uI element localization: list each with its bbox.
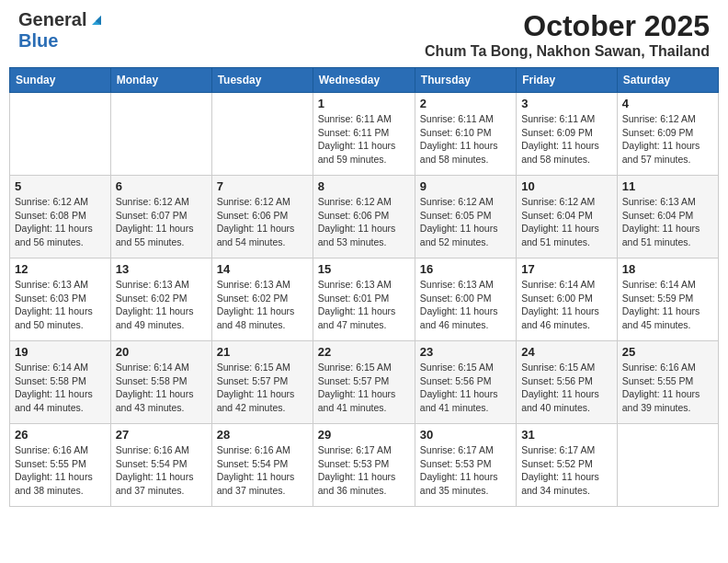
- calendar-cell: 18Sunrise: 6:14 AMSunset: 5:59 PMDayligh…: [617, 259, 718, 341]
- calendar-cell: 4Sunrise: 6:12 AMSunset: 6:09 PMDaylight…: [617, 93, 718, 176]
- day-number: 1: [318, 97, 410, 110]
- logo-blue-text: Blue: [18, 30, 58, 51]
- calendar-cell: 10Sunrise: 6:12 AMSunset: 6:04 PMDayligh…: [517, 176, 618, 259]
- day-number: 10: [521, 179, 612, 193]
- day-number: 18: [622, 262, 713, 276]
- weekday-header-wednesday: Wednesday: [313, 68, 415, 93]
- month-title: October 2025: [425, 9, 710, 43]
- day-info: Sunrise: 6:12 AMSunset: 6:06 PMDaylight:…: [318, 195, 410, 249]
- day-number: 17: [521, 262, 612, 276]
- day-info: Sunrise: 6:12 AMSunset: 6:09 PMDaylight:…: [622, 112, 713, 167]
- calendar-cell: [110, 93, 211, 176]
- logo: General Blue: [18, 9, 105, 52]
- weekday-header-tuesday: Tuesday: [211, 68, 313, 93]
- calendar-cell: 17Sunrise: 6:14 AMSunset: 6:00 PMDayligh…: [517, 259, 618, 341]
- calendar-cell: 20Sunrise: 6:14 AMSunset: 5:58 PMDayligh…: [110, 341, 211, 424]
- day-number: 14: [217, 262, 308, 276]
- calendar-week-4: 19Sunrise: 6:14 AMSunset: 5:58 PMDayligh…: [10, 341, 719, 424]
- calendar-cell: 16Sunrise: 6:13 AMSunset: 6:00 PMDayligh…: [415, 259, 516, 341]
- calendar-week-1: 1Sunrise: 6:11 AMSunset: 6:11 PMDaylight…: [10, 93, 719, 176]
- day-number: 12: [15, 262, 106, 276]
- day-info: Sunrise: 6:11 AMSunset: 6:09 PMDaylight:…: [521, 112, 612, 167]
- calendar-cell: 28Sunrise: 6:16 AMSunset: 5:54 PMDayligh…: [211, 424, 313, 507]
- day-info: Sunrise: 6:15 AMSunset: 5:56 PMDaylight:…: [420, 361, 511, 415]
- day-number: 13: [116, 262, 207, 276]
- day-number: 30: [420, 428, 511, 442]
- day-info: Sunrise: 6:17 AMSunset: 5:53 PMDaylight:…: [318, 443, 410, 498]
- calendar-cell: [617, 424, 718, 507]
- calendar-cell: [211, 93, 313, 176]
- day-info: Sunrise: 6:11 AMSunset: 6:10 PMDaylight:…: [420, 112, 511, 167]
- calendar-cell: 31Sunrise: 6:17 AMSunset: 5:52 PMDayligh…: [517, 424, 618, 507]
- day-number: 19: [15, 345, 106, 359]
- calendar-table: SundayMondayTuesdayWednesdayThursdayFrid…: [9, 67, 719, 507]
- calendar-cell: 5Sunrise: 6:12 AMSunset: 6:08 PMDaylight…: [10, 176, 111, 259]
- day-info: Sunrise: 6:16 AMSunset: 5:54 PMDaylight:…: [116, 443, 207, 498]
- day-info: Sunrise: 6:16 AMSunset: 5:54 PMDaylight:…: [217, 443, 308, 498]
- day-number: 4: [622, 97, 713, 110]
- calendar-cell: 24Sunrise: 6:15 AMSunset: 5:56 PMDayligh…: [517, 341, 618, 424]
- day-number: 20: [116, 345, 207, 359]
- day-info: Sunrise: 6:14 AMSunset: 5:58 PMDaylight:…: [15, 361, 106, 415]
- day-number: 24: [521, 345, 612, 359]
- day-info: Sunrise: 6:13 AMSunset: 6:00 PMDaylight:…: [420, 278, 511, 332]
- logo-general-text: General: [18, 9, 86, 30]
- calendar-week-5: 26Sunrise: 6:16 AMSunset: 5:55 PMDayligh…: [10, 424, 719, 507]
- day-info: Sunrise: 6:17 AMSunset: 5:53 PMDaylight:…: [420, 443, 511, 498]
- day-number: 3: [521, 97, 612, 110]
- calendar-cell: 12Sunrise: 6:13 AMSunset: 6:03 PMDayligh…: [10, 259, 111, 341]
- day-info: Sunrise: 6:13 AMSunset: 6:02 PMDaylight:…: [217, 278, 308, 332]
- weekday-header-saturday: Saturday: [617, 68, 718, 93]
- title-section: October 2025 Chum Ta Bong, Nakhon Sawan,…: [425, 9, 710, 60]
- day-info: Sunrise: 6:13 AMSunset: 6:04 PMDaylight:…: [622, 195, 713, 249]
- day-info: Sunrise: 6:16 AMSunset: 5:55 PMDaylight:…: [622, 361, 713, 415]
- calendar-cell: 3Sunrise: 6:11 AMSunset: 6:09 PMDaylight…: [517, 93, 618, 176]
- calendar-cell: 1Sunrise: 6:11 AMSunset: 6:11 PMDaylight…: [313, 93, 415, 176]
- day-info: Sunrise: 6:14 AMSunset: 5:58 PMDaylight:…: [116, 361, 207, 415]
- day-number: 2: [420, 97, 511, 110]
- calendar-cell: 27Sunrise: 6:16 AMSunset: 5:54 PMDayligh…: [110, 424, 211, 507]
- calendar-cell: 13Sunrise: 6:13 AMSunset: 6:02 PMDayligh…: [110, 259, 211, 341]
- day-info: Sunrise: 6:12 AMSunset: 6:06 PMDaylight:…: [217, 195, 308, 249]
- day-info: Sunrise: 6:14 AMSunset: 6:00 PMDaylight:…: [521, 278, 612, 332]
- calendar-cell: 2Sunrise: 6:11 AMSunset: 6:10 PMDaylight…: [415, 93, 516, 176]
- calendar-week-2: 5Sunrise: 6:12 AMSunset: 6:08 PMDaylight…: [10, 176, 719, 259]
- calendar-cell: 29Sunrise: 6:17 AMSunset: 5:53 PMDayligh…: [313, 424, 415, 507]
- calendar-week-3: 12Sunrise: 6:13 AMSunset: 6:03 PMDayligh…: [10, 259, 719, 341]
- day-info: Sunrise: 6:13 AMSunset: 6:02 PMDaylight:…: [116, 278, 207, 332]
- calendar-cell: 6Sunrise: 6:12 AMSunset: 6:07 PMDaylight…: [110, 176, 211, 259]
- day-info: Sunrise: 6:13 AMSunset: 6:03 PMDaylight:…: [15, 278, 106, 332]
- calendar-cell: 9Sunrise: 6:12 AMSunset: 6:05 PMDaylight…: [415, 176, 516, 259]
- calendar-cell: 25Sunrise: 6:16 AMSunset: 5:55 PMDayligh…: [617, 341, 718, 424]
- day-number: 29: [318, 428, 410, 442]
- day-info: Sunrise: 6:15 AMSunset: 5:57 PMDaylight:…: [217, 361, 308, 415]
- weekday-header-monday: Monday: [110, 68, 211, 93]
- calendar-cell: 7Sunrise: 6:12 AMSunset: 6:06 PMDaylight…: [211, 176, 313, 259]
- calendar-cell: 30Sunrise: 6:17 AMSunset: 5:53 PMDayligh…: [415, 424, 516, 507]
- calendar-cell: 14Sunrise: 6:13 AMSunset: 6:02 PMDayligh…: [211, 259, 313, 341]
- day-number: 23: [420, 345, 511, 359]
- calendar-cell: 19Sunrise: 6:14 AMSunset: 5:58 PMDayligh…: [10, 341, 111, 424]
- calendar-cell: 23Sunrise: 6:15 AMSunset: 5:56 PMDayligh…: [415, 341, 516, 424]
- day-info: Sunrise: 6:12 AMSunset: 6:04 PMDaylight:…: [521, 195, 612, 249]
- calendar-header-row: SundayMondayTuesdayWednesdayThursdayFrid…: [10, 68, 719, 93]
- day-number: 7: [217, 179, 308, 193]
- location-title: Chum Ta Bong, Nakhon Sawan, Thailand: [425, 43, 710, 60]
- calendar-cell: 21Sunrise: 6:15 AMSunset: 5:57 PMDayligh…: [211, 341, 313, 424]
- calendar-cell: 22Sunrise: 6:15 AMSunset: 5:57 PMDayligh…: [313, 341, 415, 424]
- weekday-header-sunday: Sunday: [10, 68, 111, 93]
- day-info: Sunrise: 6:15 AMSunset: 5:57 PMDaylight:…: [318, 361, 410, 415]
- day-info: Sunrise: 6:11 AMSunset: 6:11 PMDaylight:…: [318, 112, 410, 167]
- weekday-header-thursday: Thursday: [415, 68, 516, 93]
- day-number: 21: [217, 345, 308, 359]
- day-number: 27: [116, 428, 207, 442]
- day-number: 11: [622, 179, 713, 193]
- day-number: 6: [116, 179, 207, 193]
- day-info: Sunrise: 6:12 AMSunset: 6:07 PMDaylight:…: [116, 195, 207, 249]
- day-info: Sunrise: 6:16 AMSunset: 5:55 PMDaylight:…: [15, 443, 106, 498]
- day-number: 9: [420, 179, 511, 193]
- calendar-cell: [10, 93, 111, 176]
- weekday-header-friday: Friday: [517, 68, 618, 93]
- calendar-cell: 8Sunrise: 6:12 AMSunset: 6:06 PMDaylight…: [313, 176, 415, 259]
- day-number: 16: [420, 262, 511, 276]
